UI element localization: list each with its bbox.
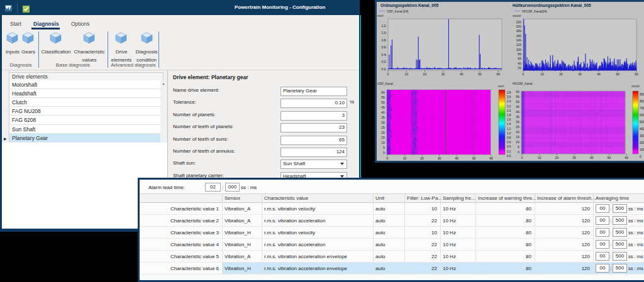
svg-text:80-: 80- [518,53,522,56]
svg-text:55-: 55- [381,96,386,99]
svg-text:5-: 5- [518,146,521,149]
svg-text:60: 60 [489,156,493,160]
svg-text:400: 400 [640,127,644,131]
svg-text:200: 200 [640,141,644,144]
svg-text:20: 20 [555,156,559,160]
svg-text:Hüllkurvenordnungsspektren Kan: Hüllkurvenordnungsspektren Kanal_005 [513,3,591,8]
svg-text:50: 50 [616,72,619,76]
svg-text:25-: 25- [516,126,520,129]
svg-text:0-: 0- [383,151,386,155]
svg-text:100: 100 [640,148,644,151]
svg-text:2.2: 2.2 [507,105,511,108]
svg-text:1.2: 1.2 [507,127,511,131]
svg-text:900: 900 [640,93,644,96]
svg-text:45-: 45- [381,106,386,109]
svg-text:0.4: 0.4 [507,145,511,148]
svg-text:220-: 220- [516,21,523,24]
svg-text:50: 50 [608,156,611,160]
svg-text:40: 40 [590,156,594,160]
svg-text:10-: 10- [381,141,386,144]
svg-text:Ordnungsspektren Kanal_005: Ordnungsspektren Kanal_005 [380,3,438,8]
svg-text:120-: 120- [516,43,523,46]
svg-text:500: 500 [640,121,644,124]
svg-text:30: 30 [438,156,441,160]
svg-text:30: 30 [572,156,576,160]
svg-text:25-: 25- [381,126,386,129]
svg-text:40-: 40- [518,62,522,65]
svg-text:50-: 50- [381,101,386,104]
svg-text:20-: 20- [516,131,520,134]
svg-text:1.0: 1.0 [507,132,511,135]
svg-text:OSF_Kanal [04]: OSF_Kanal [04] [387,10,408,13]
svg-text:20: 20 [559,72,563,76]
svg-text:OSF_Kanal: OSF_Kanal [377,82,393,85]
svg-text:20: 20 [423,72,427,76]
svg-text:10: 10 [404,72,408,76]
svg-text:40-: 40- [381,111,386,114]
svg-text:60: 60 [496,72,500,76]
svg-text:1.2-: 1.2- [381,24,387,28]
svg-text:5-: 5- [383,146,386,149]
svg-text:10: 10 [538,156,541,160]
svg-text:mm/s²: mm/s² [513,14,521,18]
svg-text:60: 60 [625,156,628,160]
svg-text:2.8: 2.8 [507,91,511,94]
svg-text:0.0-: 0.0- [381,67,387,71]
svg-text:140-: 140- [516,39,523,42]
svg-text:0-: 0- [518,151,521,154]
svg-text:40: 40 [455,156,458,160]
svg-text:1.8: 1.8 [507,114,511,117]
svg-text:40: 40 [597,72,601,76]
svg-text:20-: 20- [518,67,522,70]
svg-text:60: 60 [635,72,638,76]
svg-text:100-: 100- [516,48,523,52]
svg-text:0.2-: 0.2- [381,60,387,63]
svg-text:300: 300 [640,134,644,138]
svg-text:mm²: mm² [377,14,384,18]
svg-text:1.6: 1.6 [507,118,511,121]
svg-text:35-: 35- [516,116,520,119]
svg-text:55-: 55- [516,95,520,99]
svg-text:0.8-: 0.8- [381,38,387,42]
svg-text:0.8: 0.8 [507,136,511,139]
svg-text:HKOSF_Kanal[04]: HKOSF_Kanal[04] [522,10,547,13]
svg-text:200-: 200- [516,25,523,28]
svg-text:0.6: 0.6 [507,141,511,144]
svg-text:1.4: 1.4 [507,122,511,126]
svg-text:0.2: 0.2 [507,150,511,153]
svg-text:0.4-: 0.4- [381,53,387,57]
svg-text:1.0-: 1.0- [381,31,387,35]
svg-text:30: 30 [578,72,582,76]
svg-text:HKOSF_Kanal: HKOSF_Kanal [513,82,532,85]
svg-text:800: 800 [640,100,644,103]
svg-text:10: 10 [540,72,544,76]
svg-text:0: 0 [640,155,641,158]
svg-text:45-: 45- [516,106,520,109]
svg-text:180-: 180- [516,30,523,33]
svg-text:60-: 60- [381,91,386,94]
svg-text:15-: 15- [516,136,520,139]
svg-text:700: 700 [640,107,644,110]
svg-text:0: 0 [387,72,389,76]
svg-text:50: 50 [478,72,482,76]
svg-text:2.6: 2.6 [507,95,511,99]
svg-text:20-: 20- [381,131,386,134]
svg-text:30: 30 [441,72,445,76]
svg-text:160-: 160- [516,35,523,38]
svg-text:0.0: 0.0 [507,155,511,158]
svg-text:50-: 50- [516,100,520,104]
svg-text:30-: 30- [516,121,520,124]
svg-text:10: 10 [403,156,407,160]
svg-text:35-: 35- [381,116,386,119]
svg-text:2.4: 2.4 [507,100,511,103]
svg-text:40: 40 [460,72,464,76]
svg-text:0: 0 [523,72,525,76]
svg-text:0: 0 [521,156,523,160]
svg-text:0: 0 [387,156,389,160]
svg-text:10-: 10- [516,141,520,144]
svg-text:50: 50 [472,156,476,160]
svg-text:15-: 15- [381,136,386,139]
svg-text:40-: 40- [516,111,520,114]
svg-text:0.6-: 0.6- [381,45,387,49]
svg-text:20: 20 [420,156,424,160]
